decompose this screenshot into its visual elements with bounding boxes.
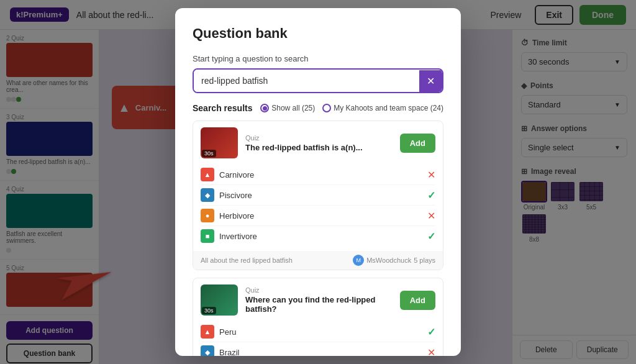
wrong-icon: ✕ [427, 169, 435, 181]
result-question-2: Where can you find the red-lipped batfis… [245, 295, 393, 314]
result-thumb-1: 30s [201, 127, 238, 158]
wrong-icon: ✕ [427, 210, 435, 222]
user-name: MsWoodchuck [366, 257, 411, 264]
answer-text-peru: Peru [219, 327, 236, 337]
result-card-1: 30s Quiz The red-lipped batfish is a(n).… [193, 121, 443, 270]
result-card-header-1: 30s Quiz The red-lipped batfish is a(n).… [193, 121, 443, 165]
search-results-header: Search results Show all (25) My Kahoots … [193, 103, 443, 113]
wrong-icon: ✕ [427, 347, 435, 357]
answer-left: ▲ Peru [201, 325, 236, 339]
result-card-header-2: 30s Quiz Where can you find the red-lipp… [193, 278, 443, 322]
answer-text-carnivore: Carnivore [219, 170, 254, 180]
result-answers-2: ▲ Peru ✓ ◆ Brazil ✕ ● Galapagos [193, 322, 443, 356]
answer-left: ● Herbivore [201, 209, 254, 222]
user-avatar: M [353, 255, 364, 266]
answer-left: ◆ Brazil [201, 345, 240, 356]
result-footer-text: All about the red lipped batfish [201, 257, 293, 264]
answer-icon-red: ▲ [201, 168, 214, 181]
modal-overlay[interactable]: Question bank Start typing a question to… [0, 0, 636, 364]
answer-text-herbivore: Herbivore [219, 211, 254, 221]
correct-icon: ✓ [427, 326, 435, 338]
result-footer-1: All about the red lipped batfish M MsWoo… [193, 251, 443, 270]
radio-my-kahoots-label: My Kahoots and team space (24) [334, 104, 443, 112]
results-label: Search results [193, 103, 253, 113]
result-card-2: 30s Quiz Where can you find the red-lipp… [193, 278, 443, 356]
answer-icon-red: ▲ [201, 325, 214, 339]
correct-icon: ✓ [427, 230, 435, 242]
answer-text-brazil: Brazil [219, 348, 240, 357]
search-clear-button[interactable]: ✕ [419, 70, 442, 92]
answer-text-piscivore: Piscivore [219, 191, 252, 200]
answer-row-herbivore: ● Herbivore ✕ [201, 206, 435, 226]
answer-row-carnivore: ▲ Carnivore ✕ [201, 165, 435, 185]
thumb-timer: 30s [202, 150, 216, 157]
answer-icon-orange: ● [201, 209, 214, 222]
radio-show-all[interactable]: Show all (25) [260, 104, 315, 112]
add-result-1-button[interactable]: Add [400, 134, 435, 153]
answer-row-peru: ▲ Peru ✓ [201, 322, 435, 342]
result-answers-1: ▲ Carnivore ✕ ◆ Piscivore ✓ ● Herbivore [193, 165, 443, 251]
answer-text-invertivore: Invertivore [219, 232, 257, 241]
radio-show-all-label: Show all (25) [271, 104, 315, 112]
result-question-1: The red-lipped batfish is a(n)... [245, 143, 393, 152]
result-type: Quiz [245, 286, 393, 294]
thumb-timer: 30s [202, 307, 216, 314]
correct-icon: ✓ [427, 189, 435, 201]
user-badge: M MsWoodchuck 5 plays [353, 255, 435, 266]
radio-dot [322, 104, 331, 112]
search-label: Start typing a question to search [193, 54, 443, 63]
radio-my-kahoots[interactable]: My Kahoots and team space (24) [322, 104, 443, 112]
result-thumb-2: 30s [201, 284, 238, 316]
search-row: ✕ [193, 68, 443, 93]
result-info-1: Quiz The red-lipped batfish is a(n)... [245, 134, 393, 152]
result-type: Quiz [245, 134, 393, 142]
plays-text: 5 plays [414, 257, 435, 264]
answer-row-piscivore: ◆ Piscivore ✓ [201, 185, 435, 206]
answer-left: ■ Invertivore [201, 229, 257, 243]
answer-left: ▲ Carnivore [201, 168, 254, 181]
answer-icon-green: ■ [201, 229, 214, 243]
search-input[interactable] [194, 70, 419, 92]
radio-dot-active [260, 104, 269, 112]
answer-row-invertivore: ■ Invertivore ✓ [201, 226, 435, 246]
answer-row-brazil: ◆ Brazil ✕ [201, 342, 435, 356]
result-info-2: Quiz Where can you find the red-lipped b… [245, 286, 393, 314]
answer-left: ◆ Piscivore [201, 188, 252, 202]
modal-title: Question bank [193, 25, 443, 42]
radio-group: Show all (25) My Kahoots and team space … [260, 104, 443, 112]
question-bank-modal: Question bank Start typing a question to… [175, 8, 461, 356]
answer-icon-blue: ◆ [201, 188, 214, 202]
answer-icon-blue: ◆ [201, 345, 214, 356]
add-result-2-button[interactable]: Add [400, 291, 435, 310]
